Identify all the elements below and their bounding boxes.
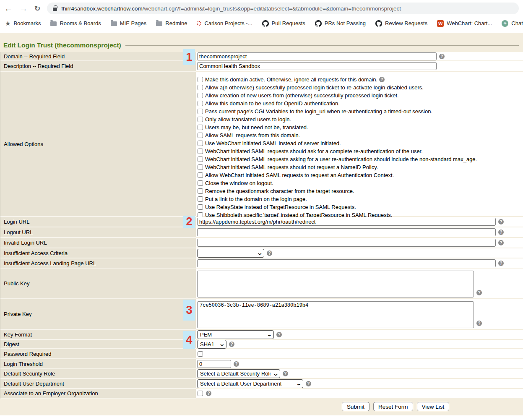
selected-value: PEM: [200, 331, 212, 338]
form-button-bar: Submit Reset Form View List: [0, 399, 523, 415]
login-threshold-input[interactable]: [197, 360, 231, 368]
bookmark-item[interactable]: ✳ChatGPT: [502, 20, 523, 27]
allowed-option-checkbox[interactable]: [198, 196, 203, 202]
selected-value: Select a Default Security Role: [200, 370, 271, 377]
row-insufficient-access-criteria: Insufficient Access Criteria ⌄ ?: [0, 248, 523, 258]
bookmark-item[interactable]: Redmine: [156, 20, 187, 26]
bookmark-item[interactable]: Review Requests: [375, 20, 427, 27]
help-icon[interactable]: ?: [476, 290, 482, 295]
allowed-option-checkbox[interactable]: [198, 180, 203, 186]
lock-icon[interactable]: [53, 8, 57, 11]
allowed-option-checkbox[interactable]: [198, 188, 203, 194]
page-title: Edit Login Trust (thecommonsproject): [3, 42, 121, 49]
allowed-option-label: Allow WebChart initiated SAML requests t…: [205, 172, 394, 178]
submit-button[interactable]: Submit: [342, 402, 369, 411]
allowed-option-label: WebChart initiated SAML requests should …: [205, 164, 378, 170]
key-format-select[interactable]: PEM ⌄: [197, 330, 274, 339]
annotation-3: 3: [183, 300, 195, 321]
browser-toolbar: ← → ↻ fhirr4sandbox.webchartnow.com/webc…: [0, 0, 523, 17]
help-icon[interactable]: ?: [283, 371, 288, 376]
help-icon[interactable]: ?: [206, 391, 211, 396]
view-list-button[interactable]: View List: [417, 402, 450, 411]
bookmark-item[interactable]: Pull Requests: [262, 20, 305, 27]
help-icon[interactable]: ?: [379, 77, 385, 82]
back-icon[interactable]: ←: [4, 4, 13, 13]
allowed-option-label: Allow creation of new users from (otherw…: [205, 92, 399, 99]
reload-icon[interactable]: ↻: [34, 5, 40, 12]
bookmark-item[interactable]: ★Bookmarks: [5, 20, 41, 26]
allowed-option-checkbox[interactable]: [198, 164, 203, 170]
default-security-role-select[interactable]: Select a Default Security Role ⌄: [197, 369, 280, 378]
allowed-option-checkbox[interactable]: [198, 133, 203, 138]
insufficient-access-landing-input[interactable]: [197, 259, 496, 267]
allowed-option-label: Use WebChart initiated SAML instead of s…: [205, 140, 341, 146]
legend-divider: [125, 45, 519, 46]
allowed-option-row: Make this domain active. Otherwise, igno…: [197, 76, 477, 83]
login-threshold-label: Login Threshold: [0, 359, 196, 369]
allowed-option-checkbox[interactable]: [198, 172, 203, 178]
allowed-option-label: Put a link to the domain on the login pa…: [205, 196, 307, 202]
reset-form-button[interactable]: Reset Form: [373, 402, 413, 411]
insufficient-access-criteria-select[interactable]: ⌄: [197, 249, 264, 258]
address-bar[interactable]: fhirr4sandbox.webchartnow.com/webchart.c…: [47, 3, 519, 14]
help-icon[interactable]: ?: [439, 54, 445, 59]
row-key-format: Key Format PEM ⌄ ?: [0, 330, 523, 340]
row-description: Description -- Required Field: [0, 61, 523, 72]
allowed-option-checkbox[interactable]: [198, 109, 203, 114]
digest-select[interactable]: SHA1 ⌄: [197, 340, 226, 349]
allowed-option-checkbox[interactable]: [198, 149, 203, 154]
allowed-option-checkbox[interactable]: [198, 93, 203, 98]
bookmark-label: Review Requests: [385, 20, 427, 26]
allowed-option-checkbox[interactable]: [198, 125, 203, 130]
help-icon[interactable]: ?: [476, 321, 482, 326]
help-icon[interactable]: ?: [498, 240, 504, 245]
redmine-logo-icon: [197, 21, 201, 26]
domain-input[interactable]: [197, 52, 437, 60]
allowed-option-label: Users may be, but need not be, translate…: [205, 124, 308, 130]
chevron-down-icon: ⌄: [269, 371, 278, 377]
bookmark-item[interactable]: Rooms & Boards: [50, 20, 101, 26]
row-insufficient-access-landing: Insufficient Access Landing Page URL ?: [0, 258, 523, 269]
bookmark-item[interactable]: PRs Not Passing: [315, 20, 366, 27]
invalid-login-url-label: Invalid Login URL: [0, 238, 196, 248]
allowed-option-checkbox[interactable]: [198, 85, 203, 90]
allowed-option-checkbox[interactable]: [198, 141, 203, 146]
associate-employer-org-checkbox[interactable]: [198, 391, 203, 396]
forward-icon[interactable]: →: [19, 4, 28, 13]
logout-url-input[interactable]: [197, 228, 496, 236]
public-key-label: Public Key: [0, 269, 196, 299]
allowed-option-label: Make this domain active. Otherwise, igno…: [205, 76, 377, 83]
allowed-option-checkbox[interactable]: [198, 101, 203, 106]
allowed-option-checkbox[interactable]: [198, 157, 203, 162]
description-input[interactable]: [197, 62, 437, 70]
password-required-checkbox[interactable]: [198, 351, 203, 357]
bookmark-item[interactable]: MIE Pages: [111, 20, 147, 26]
bookmark-label: MIE Pages: [120, 20, 147, 26]
help-icon[interactable]: ?: [498, 230, 504, 235]
domain-label: Domain -- Required Field: [0, 52, 196, 61]
help-icon[interactable]: ?: [267, 250, 272, 256]
default-user-department-select[interactable]: Select a Default User Department ⌄: [197, 379, 303, 388]
invalid-login-url-input[interactable]: [197, 239, 496, 247]
help-icon[interactable]: ?: [229, 342, 234, 347]
row-private-key: Private Key 7ce50036-3c3b-11ee-8689-a21a…: [0, 299, 523, 330]
key-format-label: Key Format: [0, 330, 196, 340]
help-icon[interactable]: ?: [498, 261, 504, 266]
row-login-threshold: Login Threshold ?: [0, 359, 523, 369]
allowed-option-checkbox[interactable]: [198, 204, 203, 210]
private-key-textarea[interactable]: 7ce50036-3c3b-11ee-8689-a21a380b19b4: [197, 301, 474, 328]
public-key-textarea[interactable]: [197, 271, 474, 297]
allowed-option-checkbox[interactable]: [198, 117, 203, 122]
bookmark-item[interactable]: WWebChart: Chart...: [437, 20, 492, 27]
url-path: /webchart.cgi?f=admin&t=login_trusts&opp…: [143, 5, 401, 12]
default-security-role-label: Default Security Role: [0, 369, 196, 379]
allowed-option-checkbox[interactable]: [198, 77, 203, 82]
help-icon[interactable]: ?: [306, 381, 311, 386]
help-icon[interactable]: ?: [276, 332, 282, 337]
allowed-option-row: Use RelayState instead of TargetResource…: [197, 203, 477, 211]
help-icon[interactable]: ?: [498, 219, 504, 224]
bookmark-item[interactable]: Carlson Projects -...: [197, 20, 252, 26]
help-icon[interactable]: ?: [234, 361, 239, 367]
login-url-input[interactable]: [197, 218, 496, 226]
row-allowed-options: Allowed Options Make this domain active.…: [0, 72, 523, 217]
